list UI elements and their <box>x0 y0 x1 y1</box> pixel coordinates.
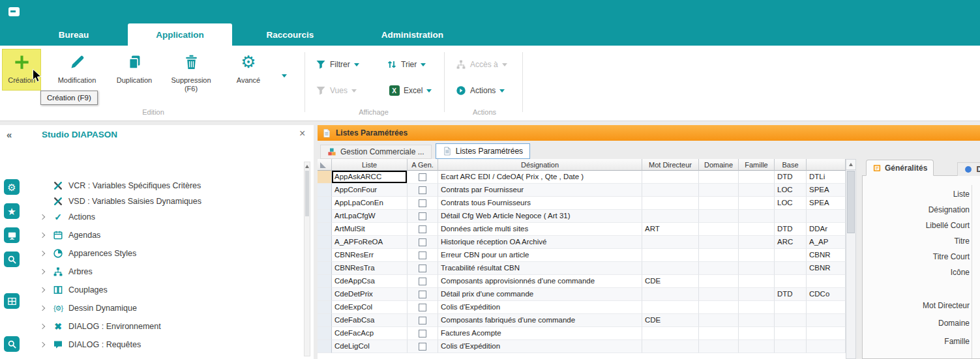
ribbon-tab-2[interactable]: Application <box>128 23 232 46</box>
cell-domaine[interactable] <box>699 314 739 327</box>
cell-col9[interactable] <box>807 340 846 353</box>
column-header-col9[interactable] <box>807 159 846 171</box>
cell-designation[interactable]: Détail Cfg Web Article Negoce ( Art 31) <box>438 210 642 223</box>
cell-base[interactable]: LOC <box>775 197 807 210</box>
checkbox[interactable] <box>419 330 426 337</box>
cell-base[interactable]: LOC <box>775 184 807 197</box>
row-selector[interactable] <box>318 236 332 249</box>
search-icon-2[interactable] <box>4 336 20 352</box>
cell-base[interactable] <box>775 301 807 314</box>
table-row[interactable]: CdeLigColColis d'Expédition <box>318 340 846 353</box>
cell-liste[interactable]: CdeFabCsa <box>332 314 408 327</box>
scroll-up-button[interactable] <box>304 162 310 170</box>
cell-col9[interactable] <box>807 314 846 327</box>
cell-mot_directeur[interactable] <box>642 327 699 340</box>
column-header-liste[interactable]: Liste <box>332 159 408 171</box>
cell-mot_directeur[interactable]: CDE <box>642 314 699 327</box>
cell-a-gen[interactable] <box>408 171 438 184</box>
cell-a-gen[interactable] <box>408 327 438 340</box>
table-row[interactable]: ArtMulSitDonnées article multi sitesARTD… <box>318 223 846 236</box>
cell-domaine[interactable] <box>699 236 739 249</box>
cell-domaine[interactable] <box>699 197 739 210</box>
table-row[interactable]: CdeExpColColis d'Expédition <box>318 301 846 314</box>
checkbox[interactable] <box>419 317 426 324</box>
cell-base[interactable] <box>775 327 807 340</box>
monitor-icon[interactable] <box>4 227 20 243</box>
star-icon[interactable]: ★ <box>4 203 20 219</box>
cell-liste[interactable]: ArtLpaCfgW <box>332 210 408 223</box>
checkbox[interactable] <box>419 265 426 272</box>
table-row[interactable]: AppAskARCCEcart ARC EDI / CdeOA( Prix , … <box>318 171 846 184</box>
row-selector[interactable] <box>318 327 332 340</box>
cell-base[interactable]: ARC <box>775 236 807 249</box>
row-selector[interactable] <box>318 314 332 327</box>
cell-domaine[interactable] <box>699 249 739 262</box>
cell-mot_directeur[interactable] <box>642 236 699 249</box>
checkbox[interactable] <box>419 304 426 311</box>
cell-famille[interactable] <box>739 210 775 223</box>
cell-designation[interactable]: Factures Acompte <box>438 327 642 340</box>
cell-famille[interactable] <box>739 327 775 340</box>
table-row[interactable]: AppLpaConEnContrats tous FournisseursLOC… <box>318 197 846 210</box>
checkbox[interactable] <box>419 199 426 207</box>
tree-item[interactable]: Agendas <box>26 227 303 244</box>
cell-famille[interactable] <box>739 197 775 210</box>
cell-designation[interactable]: Ecart ARC EDI / CdeOA( Prix , Qte , Date… <box>438 171 642 184</box>
tree-item[interactable]: ✖DIALOG : Environnement <box>26 318 303 335</box>
sidebar-scrollbar[interactable] <box>304 162 310 356</box>
cell-col9[interactable]: DTLi <box>807 171 846 184</box>
cell-liste[interactable]: A_APFoReOA <box>332 236 408 249</box>
checkbox[interactable] <box>419 186 426 194</box>
cell-mot_directeur[interactable] <box>642 262 699 275</box>
cell-mot_directeur[interactable] <box>642 340 699 353</box>
excel-button[interactable]: Excel <box>389 83 432 98</box>
document-tab-2[interactable]: Listes Paramétrées <box>436 143 530 159</box>
cell-col9[interactable]: CBNR <box>807 249 846 262</box>
cell-famille[interactable] <box>739 314 775 327</box>
cell-a-gen[interactable] <box>408 314 438 327</box>
checkbox[interactable] <box>419 278 426 285</box>
column-header-designation[interactable]: Désignation <box>438 159 642 171</box>
cell-liste[interactable]: AppLpaConEn <box>332 197 408 210</box>
table-row[interactable]: CdeAppCsaComposants approvisionnés d'une… <box>318 275 846 288</box>
row-selector[interactable] <box>318 197 332 210</box>
row-selector[interactable] <box>318 249 332 262</box>
cell-designation[interactable]: Erreur CBN pour un article <box>438 249 642 262</box>
cell-base[interactable] <box>775 249 807 262</box>
cell-domaine[interactable] <box>699 171 739 184</box>
cell-famille[interactable] <box>739 301 775 314</box>
grid-scrollbar[interactable] <box>846 159 856 359</box>
table-row[interactable]: CBNResErrErreur CBN pour un articleCBNR <box>318 249 846 262</box>
cell-col9[interactable]: SPEA <box>807 184 846 197</box>
cell-col9[interactable] <box>807 210 846 223</box>
cell-base[interactable] <box>775 210 807 223</box>
cell-a-gen[interactable] <box>408 249 438 262</box>
cell-famille[interactable] <box>739 288 775 301</box>
tree-item[interactable]: ✓Actions <box>26 208 303 225</box>
cell-domaine[interactable] <box>699 327 739 340</box>
table-row[interactable]: CBNResTraTracabilité résultat CBNCBNR <box>318 262 846 275</box>
cell-designation[interactable]: Colis d'Expédition <box>438 340 642 353</box>
ribbon-tab-4[interactable]: Administration <box>355 23 469 46</box>
cell-liste[interactable]: CdeAppCsa <box>332 275 408 288</box>
select-all-corner[interactable] <box>318 159 332 171</box>
table-row[interactable]: CdeFabCsaComposants fabriqués d'une comm… <box>318 314 846 327</box>
cell-liste[interactable]: CdeLigCol <box>332 340 408 353</box>
table-row[interactable]: A_APFoReOAHistorique réception OA Archiv… <box>318 236 846 249</box>
table-row[interactable]: CdeFacAcpFactures Acompte <box>318 327 846 340</box>
cell-liste[interactable]: CdeFacAcp <box>332 327 408 340</box>
filtrer-button[interactable]: Filtrer <box>315 57 359 72</box>
cell-col9[interactable]: A_AP <box>807 236 846 249</box>
trier-button[interactable]: Trier <box>386 57 426 72</box>
checkbox[interactable] <box>419 238 426 246</box>
cell-domaine[interactable] <box>699 301 739 314</box>
cell-col9[interactable]: CBNR <box>807 262 846 275</box>
row-selector[interactable] <box>318 301 332 314</box>
scrollbar-thumb[interactable] <box>847 171 855 233</box>
duplication-button[interactable]: Duplication <box>108 50 160 96</box>
cell-famille[interactable] <box>739 184 775 197</box>
cell-designation[interactable]: Colis d'Expédition <box>438 301 642 314</box>
row-selector[interactable] <box>318 262 332 275</box>
row-selector[interactable] <box>318 275 332 288</box>
cell-col9[interactable] <box>807 327 846 340</box>
